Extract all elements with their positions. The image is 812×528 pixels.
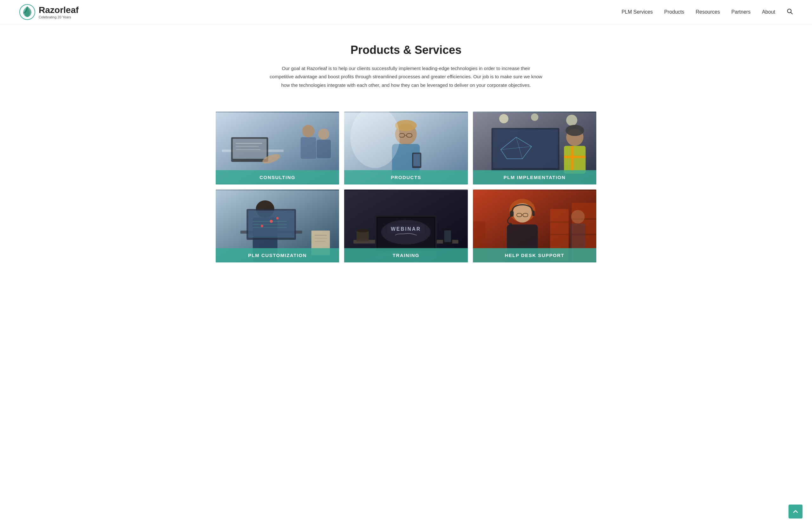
logo-name: Razorleaf: [39, 5, 79, 15]
hero-description: Our goal at Razorleaf is to help our cli…: [270, 64, 542, 89]
svg-text:WEBINAR: WEBINAR: [391, 226, 421, 231]
service-label-plm-customization: PLM CUSTOMIZATION: [216, 248, 339, 262]
svg-rect-23: [413, 154, 420, 166]
logo[interactable]: Razorleaf Celebrating 20 Years: [19, 4, 79, 20]
logo-tagline: Celebrating 20 Years: [39, 15, 79, 19]
svg-point-46: [276, 217, 279, 220]
service-label-consulting: CONSULTING: [216, 170, 339, 184]
services-grid: CONSULTING: [209, 111, 603, 262]
svg-point-10: [302, 125, 315, 137]
service-card-consulting[interactable]: CONSULTING: [216, 111, 339, 184]
page-title: Products & Services: [270, 43, 542, 57]
svg-point-34: [566, 125, 584, 136]
svg-rect-65: [444, 230, 451, 242]
svg-rect-6: [233, 139, 267, 159]
svg-line-2: [791, 12, 792, 14]
svg-point-12: [318, 129, 329, 139]
svg-rect-35: [564, 146, 585, 174]
svg-rect-81: [532, 210, 535, 216]
service-card-training[interactable]: WEBINAR TRAINING: [344, 190, 467, 262]
nav-products[interactable]: Products: [664, 9, 684, 15]
search-icon: [787, 8, 793, 15]
nav-partners[interactable]: Partners: [731, 9, 751, 15]
service-label-plm-implementation: PLM IMPLEMENTATION: [473, 170, 596, 184]
service-card-help-desk[interactable]: HELP DESK SUPPORT: [473, 190, 596, 262]
service-label-help-desk: HELP DESK SUPPORT: [473, 248, 596, 262]
svg-rect-13: [317, 139, 331, 158]
svg-rect-85: [570, 223, 585, 248]
site-header: Razorleaf Celebrating 20 Years PLM Servi…: [0, 0, 812, 25]
svg-rect-11: [301, 137, 316, 159]
service-card-plm-customization[interactable]: PLM CUSTOMIZATION: [216, 190, 339, 262]
main-nav: PLM Services Products Resources Partners…: [621, 8, 793, 16]
nav-resources[interactable]: Resources: [696, 9, 720, 15]
svg-rect-36: [571, 146, 574, 174]
hero-section: Products & Services Our goal at Razorlea…: [263, 25, 549, 102]
svg-rect-71: [550, 221, 568, 223]
svg-point-28: [566, 115, 577, 126]
nav-plm-services[interactable]: PLM Services: [621, 9, 653, 15]
service-label-products: PRODUCTS: [344, 170, 467, 184]
svg-point-45: [261, 225, 263, 227]
svg-rect-43: [248, 210, 294, 238]
svg-rect-30: [493, 129, 557, 168]
svg-rect-37: [564, 156, 585, 158]
logo-text: Razorleaf Celebrating 20 Years: [39, 5, 79, 19]
service-card-products[interactable]: PRODUCTS: [344, 111, 467, 184]
nav-about[interactable]: About: [762, 9, 775, 15]
svg-point-84: [571, 210, 584, 223]
logo-icon: [19, 4, 35, 20]
svg-point-27: [531, 114, 538, 121]
service-card-plm-implementation[interactable]: PLM IMPLEMENTATION: [473, 111, 596, 184]
service-label-training: TRAINING: [344, 248, 467, 262]
svg-point-26: [499, 114, 508, 123]
svg-point-63: [357, 229, 369, 232]
search-button[interactable]: [787, 8, 793, 16]
svg-rect-72: [550, 233, 568, 235]
